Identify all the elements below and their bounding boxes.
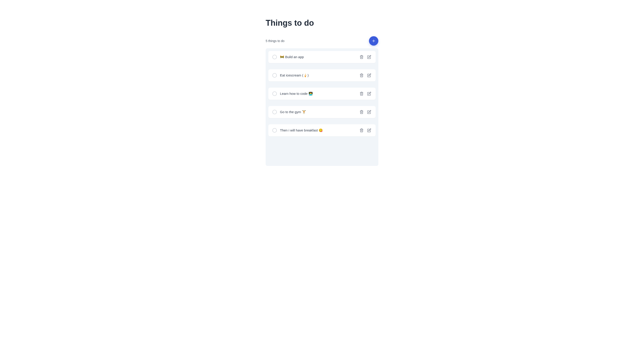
header-row: 5 things to do [266,36,378,46]
todo-checkbox[interactable] [272,55,277,59]
delete-button[interactable] [359,128,364,133]
todo-text: Go to the gym 🏋️ [280,110,356,114]
todo-item: Eat icescream (🍦) [268,69,376,82]
todo-checkbox[interactable] [272,73,277,78]
todo-checkbox[interactable] [272,128,277,132]
delete-button[interactable] [359,73,364,78]
todo-item: 🚧 Build an app [268,51,376,63]
todo-checkbox[interactable] [272,110,277,114]
trash-icon [360,55,364,59]
delete-button[interactable] [359,54,364,60]
todo-item: Then i will have breakfast 😋 [268,124,376,136]
delete-button[interactable] [359,110,364,114]
add-button[interactable] [369,36,378,46]
todo-text: Then i will have breakfast 😋 [280,128,356,132]
trash-icon [360,92,364,96]
todo-actions [359,54,372,60]
page-title: Things to do [266,18,378,28]
plus-icon [372,39,376,43]
todo-item: Learn how to code 👩‍💻 [268,88,376,100]
trash-icon [360,73,364,77]
app-container: Things to do 5 things to do 🚧 Build an a… [266,18,378,166]
edit-button[interactable] [367,110,372,114]
trash-icon [360,128,364,132]
todo-list: 🚧 Build an app Eat icescream (🍦) [266,48,378,166]
todo-actions [359,128,372,133]
todo-text: 🚧 Build an app [280,55,356,59]
edit-icon [367,73,371,77]
edit-icon [367,110,371,114]
todo-actions [359,73,372,78]
edit-icon [367,92,371,96]
edit-icon [367,55,371,59]
trash-icon [360,110,364,114]
todo-count: 5 things to do [266,39,284,43]
edit-icon [367,128,371,132]
todo-actions [359,110,372,114]
todo-text: Learn how to code 👩‍💻 [280,92,356,96]
edit-button[interactable] [367,73,372,78]
todo-text: Eat icescream (🍦) [280,73,356,77]
todo-checkbox[interactable] [272,92,277,96]
todo-item: Go to the gym 🏋️ [268,106,376,118]
edit-button[interactable] [367,128,372,133]
todo-actions [359,91,372,96]
edit-button[interactable] [367,54,372,60]
delete-button[interactable] [359,91,364,96]
edit-button[interactable] [367,91,372,96]
